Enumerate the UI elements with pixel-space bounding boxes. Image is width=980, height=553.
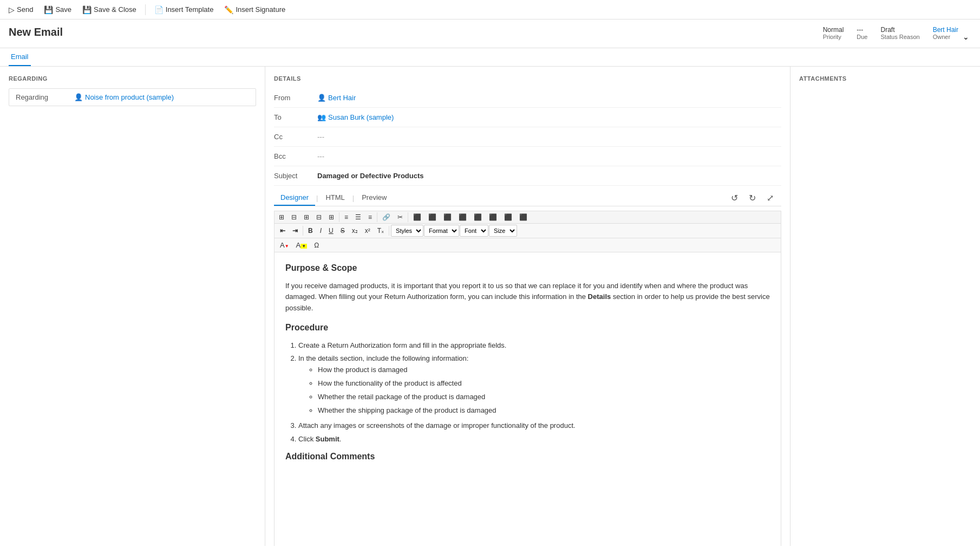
et-special1[interactable]: ⊟ (313, 212, 325, 223)
from-contact-icon: 👤 (317, 94, 326, 102)
bcc-label: Bcc (274, 152, 317, 160)
to-contact-icon: 👥 (317, 113, 326, 121)
et-align-right[interactable]: ≡ (365, 212, 375, 223)
et-italic[interactable]: I (317, 225, 325, 236)
editor-icon-toolbar: ⊞ ⊟ ⊞ ⊟ ⊞ ≡ ☰ ≡ 🔗 ✂ ⬛ ⬛ ⬛ ⬛ ⬛ ⬛ ⬛ ⬛ (275, 211, 781, 224)
tab-email[interactable]: Email (9, 48, 31, 66)
bcc-row: Bcc --- (274, 147, 781, 166)
et-more1[interactable]: ⬛ (410, 212, 424, 223)
sub-list: How the product is damaged How the funct… (318, 365, 770, 416)
procedure-list: Create a Return Authorization form and f… (298, 340, 770, 445)
sub-2: How the functionality of the product is … (318, 378, 770, 389)
editor-content[interactable]: Purpose & Scope If you receive damaged p… (275, 252, 781, 499)
et-align-left[interactable]: ≡ (341, 212, 351, 223)
expand-button[interactable]: ⤢ (763, 192, 777, 204)
et-more6[interactable]: ⬛ (486, 212, 500, 223)
et-more2[interactable]: ⬛ (425, 212, 440, 223)
styles-select[interactable]: Styles (391, 225, 423, 237)
et-strikethrough[interactable]: S (337, 225, 348, 236)
toolbar-separator (145, 4, 146, 15)
tab-row: Email (0, 48, 980, 67)
et-bg-color[interactable]: A▼ (293, 239, 311, 251)
et-subscript[interactable]: x₂ (349, 225, 361, 236)
et-table-icon[interactable]: ⊞ (300, 212, 312, 223)
step-2: In the details section, include the foll… (298, 353, 770, 416)
et-bold[interactable]: B (305, 225, 316, 236)
subject-row: Subject Damaged or Defective Products (274, 166, 781, 186)
et-inline-icon[interactable]: ⊟ (288, 212, 300, 223)
editor-actions: ↺ ↻ ⤢ (728, 192, 781, 204)
to-row: To 👥 Susan Burk (sample) (274, 108, 781, 127)
send-button[interactable]: ▷ Send (4, 3, 37, 16)
editor-tab-row: Designer | HTML | Preview ↺ ↻ ⤢ (274, 190, 781, 206)
et-special-char[interactable]: Ω (311, 240, 322, 251)
et-align-center[interactable]: ☰ (352, 212, 364, 223)
from-row: From 👤 Bert Hair (274, 88, 781, 108)
regarding-field-label: Regarding (9, 93, 74, 101)
step-4: Click Submit. (298, 434, 770, 445)
et-link[interactable]: 🔗 (379, 212, 394, 223)
content-heading2: Procedure (285, 321, 770, 335)
et-block-icon[interactable]: ⊞ (276, 212, 288, 223)
save-close-button[interactable]: 💾 Save & Close (78, 3, 141, 16)
step-1: Create a Return Authorization form and f… (298, 340, 770, 352)
send-icon: ▷ (9, 5, 15, 14)
editor-format-toolbar: ⇤ ⇥ B I U S x₂ x² Tₓ Styles Format Font (275, 224, 781, 238)
page-title: New Email (9, 26, 63, 38)
priority-meta: Normal Priority (823, 26, 844, 40)
content-paragraph1: If you receive damaged products, it is i… (285, 281, 770, 314)
et-unlink[interactable]: ✂ (394, 212, 406, 223)
undo-button[interactable]: ↺ (728, 192, 741, 204)
regarding-panel: REGARDING Regarding 👤 Noise from product… (0, 67, 265, 546)
et-more4[interactable]: ⬛ (455, 212, 470, 223)
tab-designer[interactable]: Designer (274, 190, 315, 206)
from-label: From (274, 94, 317, 102)
step-3: Attach any images or screenshots of the … (298, 420, 770, 432)
et-clear-format[interactable]: Tₓ (374, 225, 387, 236)
sub-4: Whether the shipping package of the prod… (318, 405, 770, 417)
insert-template-button[interactable]: 📄 Insert Template (150, 3, 218, 16)
et-superscript[interactable]: x² (362, 225, 374, 236)
sub-3: Whether the retail package of the produc… (318, 392, 770, 403)
et-more5[interactable]: ⬛ (471, 212, 485, 223)
header-meta: Normal Priority --- Due Draft Status Rea… (823, 26, 958, 40)
cc-row: Cc --- (274, 127, 781, 147)
details-section-title: DETAILS (274, 75, 781, 82)
regarding-field-value[interactable]: 👤 Noise from product (sample) (74, 93, 256, 101)
contact-icon: 👤 (74, 93, 83, 101)
et-special2[interactable]: ⊞ (325, 212, 337, 223)
et-more8[interactable]: ⬛ (516, 212, 531, 223)
et-underline[interactable]: U (325, 225, 337, 236)
editor-color-toolbar: A▼ A▼ Ω (275, 238, 781, 252)
insert-signature-button[interactable]: ✏️ Insert Signature (220, 3, 290, 16)
subject-label: Subject (274, 172, 317, 180)
editor-scroll-area[interactable]: Purpose & Scope If you receive damaged p… (275, 252, 781, 546)
save-button[interactable]: 💾 Save (40, 3, 76, 16)
content-heading1: Purpose & Scope (285, 261, 770, 275)
et-indent-out[interactable]: ⇤ (277, 225, 289, 236)
bcc-value[interactable]: --- (317, 152, 781, 160)
tab-html[interactable]: HTML (319, 190, 351, 206)
details-panel: DETAILS From 👤 Bert Hair To 👥 Susan Burk… (265, 67, 790, 546)
header-chevron-button[interactable]: ⌄ (961, 30, 971, 43)
attachments-panel: ATTACHMENTS (790, 67, 980, 546)
et-more7[interactable]: ⬛ (501, 212, 515, 223)
size-select[interactable]: Size (489, 225, 517, 237)
editor-wrapper: ⊞ ⊟ ⊞ ⊟ ⊞ ≡ ☰ ≡ 🔗 ✂ ⬛ ⬛ ⬛ ⬛ ⬛ ⬛ ⬛ ⬛ (274, 211, 781, 546)
page-header: New Email Normal Priority --- Due Draft … (0, 19, 980, 48)
format-select[interactable]: Format (424, 225, 459, 237)
signature-icon: ✏️ (224, 5, 233, 14)
save-icon: 💾 (44, 5, 53, 14)
et-font-color[interactable]: A▼ (277, 239, 292, 251)
redo-button[interactable]: ↻ (746, 192, 759, 204)
et-indent-in[interactable]: ⇥ (289, 225, 301, 236)
from-value[interactable]: 👤 Bert Hair (317, 94, 781, 102)
owner-meta: Bert Hair Owner (933, 26, 958, 40)
regarding-section-title: REGARDING (9, 75, 256, 82)
subject-value[interactable]: Damaged or Defective Products (317, 172, 781, 180)
font-select[interactable]: Font (460, 225, 488, 237)
to-value[interactable]: 👥 Susan Burk (sample) (317, 113, 781, 121)
cc-value[interactable]: --- (317, 133, 781, 141)
et-more3[interactable]: ⬛ (440, 212, 455, 223)
tab-preview[interactable]: Preview (355, 190, 393, 206)
